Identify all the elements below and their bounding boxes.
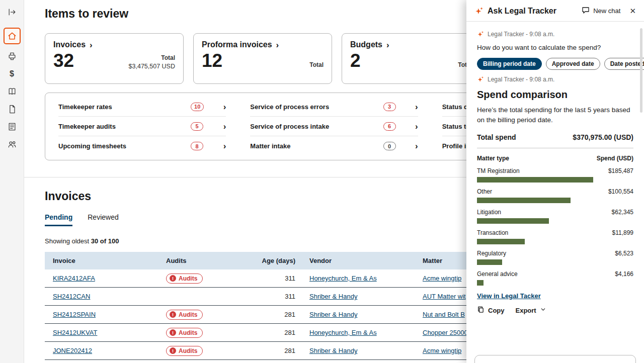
copy-button[interactable]: Copy [477,306,505,315]
review-chevron-cell[interactable]: › [408,97,418,117]
expand-icon[interactable] [4,4,21,20]
spend-bar [477,280,484,286]
spend-row: TM Registration$185,487 [477,167,633,183]
review-item-label: Service of process intake [250,123,329,130]
vendor-link[interactable]: Shriber & Handy [309,293,357,300]
spend-bar [477,218,549,224]
vendor-link[interactable]: Shriber & Handy [309,347,357,354]
view-in-legal-tracker-link[interactable]: View in Legal Tacker [477,292,541,300]
review-count-badge: 0 [383,142,396,150]
option-pill-date-posted[interactable]: Date posted [604,58,644,70]
review-item-timekeeper-audits[interactable]: Timekeeper audits [58,117,191,136]
total-value: $3,475,507 USD [129,63,175,70]
review-chevron-cell[interactable]: › [408,136,418,156]
tab-reviewed[interactable]: Reviewed [88,213,118,226]
audits-badge-label: Audits [179,311,197,318]
message-meta: Legal Tracker - 9:08 a.m. [477,76,633,83]
audits-badge[interactable]: !Audits [166,274,203,284]
review-chevron-cell[interactable]: › [216,117,226,136]
total-label: Total [129,54,175,61]
invoice-link[interactable]: JONE202412 [53,347,92,354]
chevron-right-icon: › [223,142,226,150]
spend-row-label: Transaction [477,229,508,236]
card-title: Budgets [350,40,382,49]
review-chevron-cell[interactable]: › [216,136,226,156]
copy-label: Copy [488,307,505,314]
chevron-right-icon: › [415,103,418,111]
close-icon[interactable]: ✕ [629,7,636,16]
review-count-cell[interactable]: 10 [191,97,216,117]
review-count-cell[interactable]: 0 [383,136,408,156]
review-count-badge: 6 [383,122,396,131]
alert-icon: ! [170,347,176,354]
review-item-sop-errors[interactable]: Service of process errors [250,97,383,117]
spend-row-value: $185,487 [608,167,633,174]
matter-link[interactable]: AUT Matter wit [423,293,466,300]
audits-badge[interactable]: !Audits [166,310,203,320]
review-count-cell[interactable]: 3 [383,97,408,117]
invoice-link[interactable]: SH2412CAN [53,293,90,300]
spend-row: Other$100,554 [477,188,633,203]
audits-badge[interactable]: !Audits [166,328,203,338]
contacts-icon[interactable] [4,136,21,152]
matter-link[interactable]: Acme wingtip [423,275,461,282]
matter-link[interactable]: Nut and Bolt B [423,311,465,318]
summary-card-budgets[interactable]: Budgets › 2 Total [342,33,480,84]
spend-row: Transaction$11,899 [477,229,633,244]
review-item-timekeeper-rates[interactable]: Timekeeper rates [58,97,191,117]
vendor-link[interactable]: Honeychurch, Em & As [309,329,377,336]
vendor-link[interactable]: Shriber & Handy [309,311,357,318]
chat-actions: Copy Export [477,306,633,315]
review-count-cell[interactable]: 6 [383,117,408,136]
spend-icon[interactable]: $ [4,66,21,81]
matter-link[interactable]: Chopper 25000 [423,329,468,336]
tab-pending[interactable]: Pending [45,213,72,226]
card-title: Invoices [53,40,86,49]
showing-count: 30 of 100 [91,237,119,245]
review-item-label: Service of process errors [250,103,329,111]
document-icon[interactable] [4,101,21,117]
review-column-2: Service of process errors 3 › Service of… [250,97,418,156]
age-cell: 281 [259,311,299,318]
spend-row-label: Other [477,188,492,195]
review-chevron-cell[interactable]: › [408,117,418,136]
review-item-matter-intake[interactable]: Matter intake [250,136,383,156]
invoice-link[interactable]: KIRA2412AFA [53,275,95,282]
sparkle-icon [477,76,484,83]
age-cell: 311 [259,275,299,282]
spend-row-value: $62,345 [612,209,633,216]
invoice-link[interactable]: SH2412UKVAT [53,329,97,336]
matter-link[interactable]: Acme wingtip [423,347,461,354]
review-count-cell[interactable]: 5 [191,117,216,136]
audits-badge[interactable]: !Audits [166,346,203,356]
option-pill-approved-date[interactable]: Approved date [546,58,600,70]
spend-row-label: Regulatory [477,250,506,257]
app-root: $ Items to review Invoices › 32 [0,0,644,363]
print-icon[interactable] [4,48,21,64]
review-item-upcoming-timesheets[interactable]: Upcoming timesheets [58,136,191,156]
chevron-right-icon: › [223,103,226,111]
invoice-link[interactable]: SH2412SPAIN [53,311,96,318]
chevron-right-icon: › [276,41,279,49]
new-chat-button[interactable]: New chat [582,6,620,16]
summary-card-proforma-invoices[interactable]: Proforma invoices › 12 Total [193,33,332,84]
scrollbar-thumb[interactable] [640,28,642,113]
review-item-sop-intake[interactable]: Service of process intake [250,117,383,136]
spend-row: Litigation$62,345 [477,209,633,224]
reports-icon[interactable] [4,119,21,134]
summary-card-invoices[interactable]: Invoices › 32 Total $3,475,507 USD [45,33,184,84]
chat-header: Ask Legal Tracker New chat ✕ [466,0,644,22]
header-age: Age (days) [259,257,299,264]
home-icon[interactable] [4,28,21,44]
vendor-link[interactable]: Honeychurch, Em & As [309,275,377,282]
review-count-cell[interactable]: 8 [191,136,216,156]
total-spend-value: $370,975.00 (USD) [573,133,633,141]
chat-input[interactable] [474,355,636,363]
option-pill-billing-period-date[interactable]: Billing period date [477,58,542,70]
review-chevron-cell[interactable]: › [216,97,226,117]
spend-bar [477,239,525,244]
library-icon[interactable] [4,83,21,99]
export-button[interactable]: Export [516,306,546,314]
total-spend-label: Total spend [477,133,516,141]
alert-icon: ! [170,275,176,282]
